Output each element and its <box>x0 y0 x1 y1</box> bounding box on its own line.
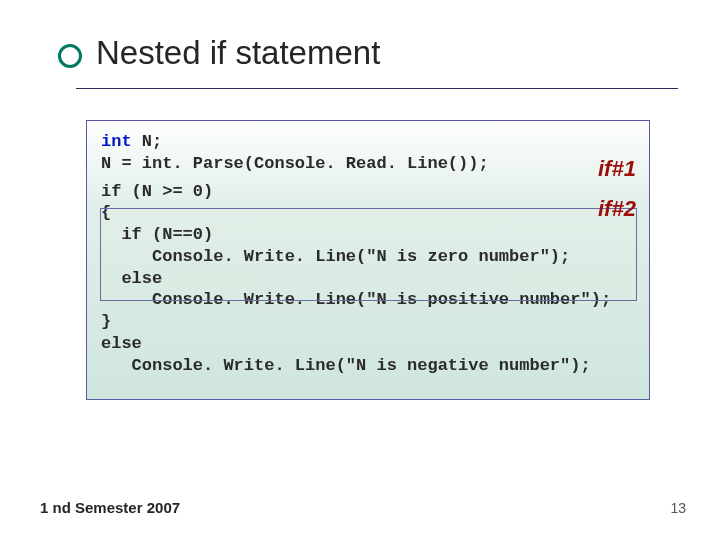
title-underline <box>76 88 678 89</box>
code-text: N; <box>132 132 163 151</box>
label-if2: if#2 <box>598 196 636 222</box>
code-line: } <box>101 311 635 333</box>
title-row: Nested if statement <box>58 34 690 72</box>
code-line: N = int. Parse(Console. Read. Line()); <box>101 153 635 175</box>
footer-page-number: 13 <box>670 500 686 516</box>
footer-left: 1 nd Semester 2007 <box>40 499 180 516</box>
slide: Nested if statement int N; N = int. Pars… <box>0 0 720 540</box>
label-if1: if#1 <box>598 156 636 182</box>
slide-title: Nested if statement <box>96 34 380 72</box>
bullet-icon <box>58 44 82 68</box>
code-line: Console. Write. Line("N is negative numb… <box>101 355 635 377</box>
code-line: int N; <box>101 131 635 153</box>
code-line: else <box>101 333 635 355</box>
code-block-inner <box>100 208 637 301</box>
code-line: if (N >= 0) <box>101 181 635 203</box>
keyword-int: int <box>101 132 132 151</box>
